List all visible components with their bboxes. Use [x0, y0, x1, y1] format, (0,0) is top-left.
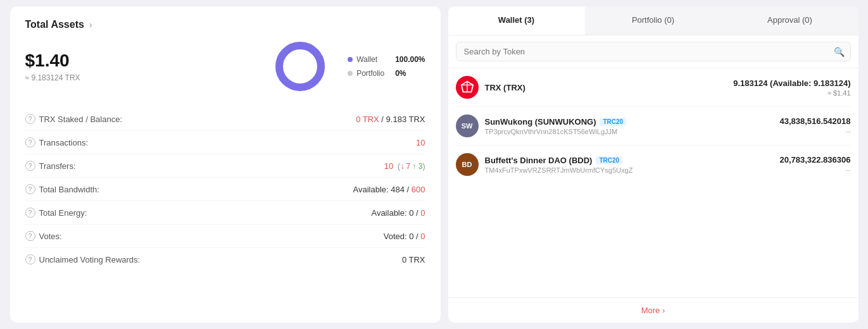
- portfolio-dot: [348, 71, 353, 76]
- asset-usd: $1.40: [25, 51, 260, 71]
- help-icon-transactions[interactable]: ?: [25, 137, 35, 147]
- energy-value: Available: 0 / 0: [371, 208, 425, 218]
- bdd-address: TM4xFuTPxwVRZSRRTJmWbUrmfCYsg5UxgZ: [485, 166, 774, 174]
- asset-values: $1.40 ≈ 9.183124 TRX: [25, 51, 260, 82]
- sunwukong-balance: 43,838,516.542018: [779, 116, 850, 126]
- more-link[interactable]: More ›: [456, 306, 851, 315]
- sunwukong-usd: --: [779, 127, 850, 136]
- stat-total-energy: ? Total Energy: Available: 0 / 0: [25, 201, 425, 225]
- trx-icon: [456, 76, 479, 99]
- total-assets-header: Total Assets ›: [25, 19, 425, 30]
- tab-approval[interactable]: Approval (0): [722, 6, 859, 35]
- bdd-name: Buffett's Dinner DAO (BDD) TRC20: [485, 156, 774, 165]
- trx-name: TRX (TRX): [485, 83, 727, 92]
- total-assets-title: Total Assets: [25, 19, 84, 30]
- search-icon: 🔍: [834, 47, 845, 57]
- portfolio-legend-value: 0%: [395, 69, 406, 78]
- tab-portfolio[interactable]: Portfolio (0): [585, 6, 722, 35]
- bandwidth-label: Total Bandwidth:: [39, 185, 99, 194]
- trx-info: TRX (TRX): [485, 83, 727, 92]
- wallet-legend-value: 100.00%: [395, 55, 425, 64]
- more-footer: More ›: [448, 297, 859, 323]
- tabs: Wallet (3) Portfolio (0) Approval (0): [448, 6, 859, 35]
- help-icon-votes[interactable]: ?: [25, 231, 35, 241]
- help-icon-transfers[interactable]: ?: [25, 161, 35, 171]
- token-list: TRX (TRX) 9.183124 (Available: 9.183124)…: [448, 68, 859, 297]
- unclaimed-label: Unclaimed Voting Rewards:: [39, 255, 141, 264]
- sunwukong-address: TP3prcvQknVthrVnn281cKST56eWiLgJJM: [485, 128, 774, 135]
- svg-point-1: [279, 46, 321, 87]
- help-icon-bandwidth[interactable]: ?: [25, 184, 35, 194]
- help-icon-trx-staked[interactable]: ?: [25, 114, 35, 124]
- bdd-balance: 20,783,322.836306: [779, 155, 850, 164]
- legend-wallet: Wallet 100.00%: [348, 55, 425, 64]
- top-section: $1.40 ≈ 9.183124 TRX Wallet 100.00% Port…: [25, 38, 425, 95]
- sunwukong-icon: SW: [456, 115, 479, 137]
- portfolio-legend-label: Portfolio: [356, 69, 391, 78]
- wallet-dot: [348, 57, 353, 62]
- bandwidth-value: Available: 484 / 600: [353, 185, 425, 194]
- bdd-badge: TRC20: [596, 156, 622, 164]
- bdd-usd: --: [779, 166, 850, 175]
- stat-unclaimed-rewards: ? Unclaimed Voting Rewards: 0 TRX: [25, 248, 425, 271]
- stat-total-bandwidth: ? Total Bandwidth: Available: 484 / 600: [25, 178, 425, 201]
- donut-chart: [272, 38, 329, 95]
- left-panel: Total Assets › $1.40 ≈ 9.183124 TRX Wall…: [10, 6, 441, 323]
- sunwukong-name: SunWukong (SUNWUKONG) TRC20: [485, 117, 774, 127]
- bdd-info: Buffett's Dinner DAO (BDD) TRC20 TM4xFuT…: [485, 156, 774, 174]
- votes-value: Voted: 0 / 0: [384, 232, 425, 241]
- stat-transfers: ? Transfers: 10 (↓ 7 ↑ 3): [25, 154, 425, 178]
- trx-amount: 9.183124 (Available: 9.183124) ≈ $1.41: [733, 78, 850, 97]
- token-row-bdd[interactable]: BD Buffett's Dinner DAO (BDD) TRC20 TM4x…: [456, 146, 851, 183]
- help-icon-unclaimed[interactable]: ?: [25, 254, 35, 264]
- sunwukong-amount: 43,838,516.542018 --: [779, 116, 850, 136]
- sunwukong-info: SunWukong (SUNWUKONG) TRC20 TP3prcvQknVt…: [485, 117, 774, 135]
- right-panel: Wallet (3) Portfolio (0) Approval (0) 🔍: [448, 6, 859, 323]
- help-icon-energy[interactable]: ?: [25, 208, 35, 218]
- search-bar: 🔍: [448, 35, 859, 68]
- token-row-sunwukong[interactable]: SW SunWukong (SUNWUKONG) TRC20 TP3prcvQk…: [456, 107, 851, 146]
- bdd-icon: BD: [456, 153, 479, 176]
- tab-wallet[interactable]: Wallet (3): [448, 6, 585, 35]
- trx-usd: ≈ $1.41: [733, 89, 850, 97]
- app-container: Total Assets › $1.40 ≈ 9.183124 TRX Wall…: [10, 6, 859, 323]
- stat-votes: ? Votes: Voted: 0 / 0: [25, 225, 425, 248]
- sunwukong-badge: TRC20: [600, 118, 626, 126]
- transfers-label: Transfers:: [39, 161, 76, 171]
- asset-trx: ≈ 9.183124 TRX: [25, 73, 260, 82]
- total-assets-arrow-icon[interactable]: ›: [89, 20, 92, 30]
- wallet-legend-label: Wallet: [356, 55, 391, 64]
- trx-staked-value: 0 TRX / 9.183 TRX: [356, 115, 425, 124]
- search-input[interactable]: [456, 42, 851, 61]
- transactions-label: Transactions:: [39, 138, 89, 147]
- legend-portfolio: Portfolio 0%: [348, 69, 425, 78]
- legend: Wallet 100.00% Portfolio 0%: [348, 55, 425, 78]
- transfers-value: 10 (↓ 7 ↑ 3): [384, 161, 425, 171]
- energy-label: Total Energy:: [39, 208, 87, 218]
- token-row-trx[interactable]: TRX (TRX) 9.183124 (Available: 9.183124)…: [456, 68, 851, 107]
- votes-label: Votes:: [39, 232, 62, 241]
- bdd-amount: 20,783,322.836306 --: [779, 155, 850, 175]
- stat-trx-staked: ? TRX Staked / Balance: 0 TRX / 9.183 TR…: [25, 108, 425, 131]
- trx-balance: 9.183124 (Available: 9.183124): [733, 78, 850, 88]
- trx-staked-label: TRX Staked / Balance:: [39, 115, 123, 124]
- stat-transactions: ? Transactions: 10: [25, 131, 425, 154]
- unclaimed-value: 0 TRX: [402, 255, 425, 264]
- transactions-value: 10: [416, 138, 425, 147]
